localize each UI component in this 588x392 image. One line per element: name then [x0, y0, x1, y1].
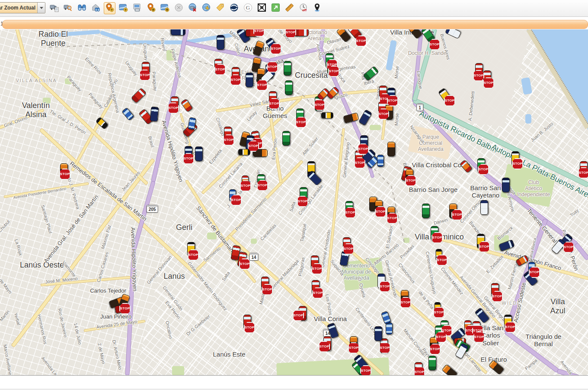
stop-badge[interactable]: STOP — [314, 99, 325, 111]
open-external-button[interactable] — [270, 2, 281, 14]
stop-badge[interactable]: STOP — [223, 134, 234, 146]
stop-badge[interactable]: STOP — [119, 303, 131, 314]
stop-badge[interactable]: STOP — [311, 263, 323, 274]
stop-badge[interactable]: STOP — [563, 242, 574, 253]
stop-badge[interactable]: STOP — [244, 322, 255, 333]
stop-badge[interactable]: STOP — [400, 297, 411, 308]
stop-badge[interactable]: STOP — [379, 342, 390, 354]
stop-badge[interactable]: STOP — [248, 140, 259, 152]
stop-badge[interactable]: STOP — [387, 95, 398, 106]
stop-badge[interactable]: STOP — [379, 281, 390, 292]
stop-badge[interactable]: STOP — [436, 255, 447, 266]
stop-badge[interactable]: STOP — [268, 98, 280, 109]
vehicle-navy-van[interactable] — [217, 35, 224, 50]
locate-vehicle-button[interactable] — [62, 2, 74, 14]
stop-badge[interactable]: STOP — [529, 267, 540, 278]
stop-badge[interactable]: STOP — [262, 284, 273, 295]
search-address-button[interactable] — [90, 2, 102, 14]
stop-badge[interactable]: STOP — [328, 66, 339, 77]
stop-badge[interactable]: STOP — [354, 157, 365, 169]
stop-badge[interactable]: STOP — [479, 241, 490, 252]
print-map-button[interactable] — [131, 2, 143, 14]
vehicle-red-truck[interactable] — [294, 29, 309, 36]
stop-badge[interactable]: STOP — [343, 243, 354, 255]
town-label: Lanús — [163, 272, 185, 281]
stop-badge[interactable]: STOP — [435, 331, 447, 343]
stop-badge[interactable]: STOP — [378, 108, 389, 120]
vehicle-blue-car[interactable] — [386, 322, 393, 335]
vehicle-navy-van[interactable] — [374, 326, 382, 341]
stop-badge[interactable]: STOP — [478, 164, 489, 175]
stop-badge[interactable]: STOP — [387, 213, 398, 224]
stop-badge[interactable]: STOP — [433, 307, 444, 318]
stop-badge[interactable]: STOP — [375, 206, 386, 217]
stop-badge[interactable]: STOP — [358, 143, 369, 155]
stop-badge[interactable]: STOP — [230, 194, 242, 206]
stop-badge[interactable]: STOP — [230, 74, 241, 86]
stop-badge[interactable]: STOP — [473, 70, 484, 81]
vehicle-green-truck[interactable] — [282, 131, 290, 146]
hide-images-button[interactable] — [256, 2, 268, 14]
traffic-off-button[interactable]: off — [297, 2, 309, 14]
street-view-button[interactable] — [311, 2, 323, 14]
park-area — [172, 366, 184, 375]
search-button[interactable] — [76, 2, 88, 14]
map-canvas[interactable]: Radio El PuenteVictoriano ArenasVILLA AL… — [0, 29, 588, 375]
stop-badge[interactable]: STOP — [429, 344, 441, 355]
stop-badge[interactable]: STOP — [270, 43, 281, 54]
chevron-down-icon[interactable] — [37, 3, 45, 13]
zoom-select[interactable]: ar Zoom Actual — [0, 2, 45, 13]
hide-vehicles-button[interactable] — [187, 2, 198, 14]
vehicle-green-truck[interactable] — [422, 204, 430, 218]
stop-badge[interactable]: STOP — [405, 175, 416, 186]
stop-badge[interactable]: STOP — [444, 95, 455, 106]
map-settings-button[interactable] — [159, 2, 171, 14]
stop-badge[interactable]: STOP — [256, 80, 268, 91]
add-poi-button[interactable] — [104, 2, 115, 14]
stop-badge[interactable]: STOP — [355, 35, 367, 47]
vehicle-green-truck[interactable] — [428, 356, 436, 370]
stop-badge[interactable]: STOP — [239, 258, 250, 270]
vehicle-navy-van[interactable] — [246, 73, 253, 87]
vehicle-taxi[interactable] — [238, 149, 250, 156]
stop-badge[interactable]: STOP — [257, 180, 268, 191]
labels-toggle-button[interactable] — [214, 2, 226, 14]
vehicle-white-truck[interactable] — [480, 200, 488, 215]
stop-badge[interactable]: STOP — [348, 342, 359, 354]
stop-badge[interactable]: STOP — [483, 77, 494, 89]
measure-distance-button[interactable] — [284, 2, 295, 14]
stop-badge[interactable]: STOP — [312, 287, 323, 299]
vehicle-navy-van[interactable] — [171, 29, 185, 35]
stop-badge[interactable]: STOP — [505, 322, 516, 333]
stop-badge[interactable]: STOP — [345, 207, 356, 218]
add-map-view-button[interactable] — [118, 2, 129, 14]
stop-badge[interactable]: STOP — [492, 291, 503, 302]
stop-badge[interactable]: STOP — [293, 310, 304, 321]
stop-badge[interactable]: STOP — [429, 39, 440, 50]
stop-badge[interactable]: STOP — [240, 180, 251, 191]
google-maps-button[interactable]: G — [242, 2, 254, 14]
notification-banner[interactable] — [2, 20, 588, 29]
go-to-location-button[interactable] — [201, 2, 212, 14]
vehicle-navy-van[interactable] — [502, 178, 510, 192]
stop-badge[interactable]: STOP — [512, 158, 523, 169]
stop-badge[interactable]: STOP — [267, 61, 278, 73]
stop-badge[interactable]: STOP — [451, 209, 463, 220]
stop-badge[interactable]: STOP — [297, 196, 308, 207]
vehicle-orange-truck[interactable] — [387, 142, 395, 156]
stop-badge[interactable]: STOP — [431, 232, 443, 243]
vehicle-navy-van[interactable] — [195, 147, 203, 161]
vehicle-taxi[interactable] — [321, 112, 333, 119]
vehicle-blue-car[interactable] — [377, 155, 384, 167]
google-earth-button[interactable] — [228, 2, 240, 14]
vehicle-green-truck[interactable] — [285, 80, 293, 95]
vehicle-green-truck[interactable] — [284, 61, 291, 76]
clear-selection-button[interactable] — [173, 2, 185, 14]
stop-badge[interactable]: STOP — [473, 331, 485, 343]
stop-badge[interactable]: STOP — [295, 117, 307, 128]
poi-settings-button[interactable] — [145, 2, 157, 14]
stop-badge[interactable]: STOP — [188, 249, 199, 261]
vehicle-navy-van[interactable] — [150, 106, 159, 121]
vehicle-report-button[interactable] — [48, 2, 60, 14]
stop-badge[interactable]: STOP — [319, 341, 330, 352]
